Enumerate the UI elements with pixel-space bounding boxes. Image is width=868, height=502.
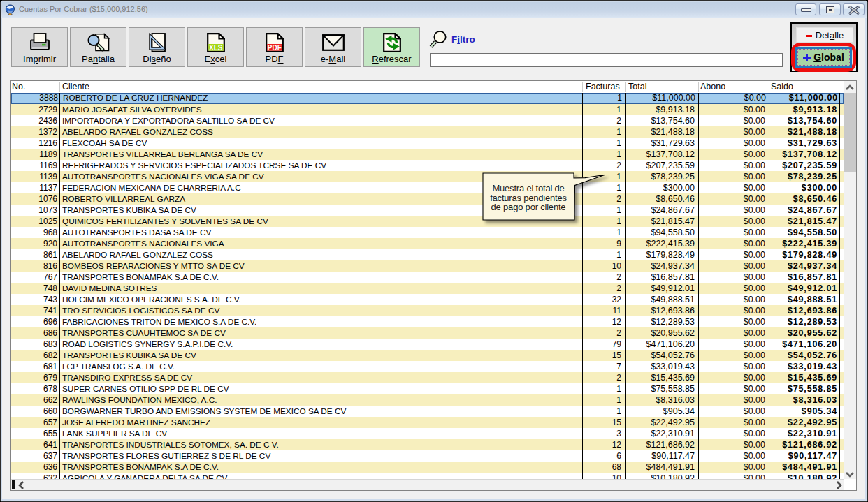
svg-text:PDF: PDF: [267, 44, 281, 52]
svg-text:XLS: XLS: [209, 44, 223, 52]
